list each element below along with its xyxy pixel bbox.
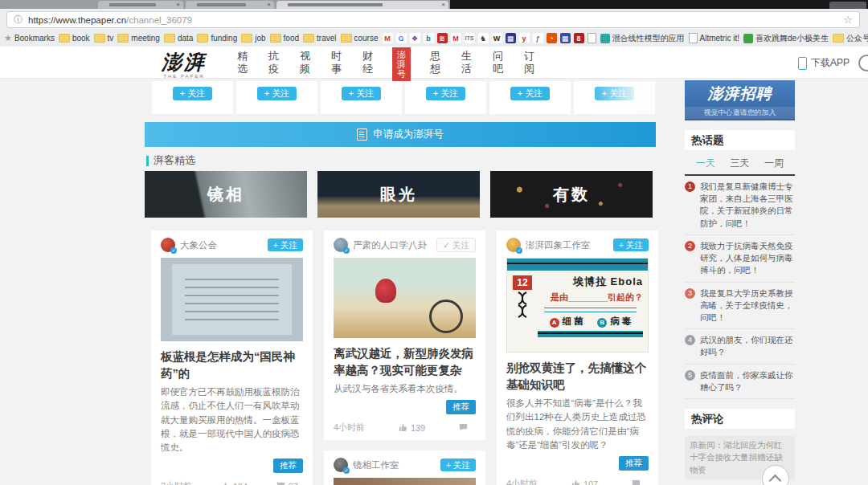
bookmark-item[interactable]: travel xyxy=(303,34,336,43)
bookmark-star-icon[interactable]: ☆ xyxy=(843,14,853,26)
bookmark-item[interactable]: data xyxy=(164,34,193,43)
bookmark-item[interactable]: food xyxy=(270,34,299,43)
suggested-account-card[interactable]: + 关注 xyxy=(405,81,486,114)
like-count[interactable]: 139 xyxy=(399,423,425,433)
bookmark-item[interactable]: 混合线性模型的应用 xyxy=(600,33,685,44)
topic-item[interactable]: 3我是复旦大学历史系教授高晞，关于全球疫情史，问吧！ xyxy=(685,283,795,330)
like-count[interactable]: 184 xyxy=(221,482,248,485)
comment-count[interactable] xyxy=(459,423,471,432)
favicon-bookmark[interactable]: b xyxy=(424,33,434,43)
bookmark-item[interactable]: ★Bookmarks xyxy=(4,33,55,43)
follow-button[interactable]: + 关注 xyxy=(173,87,212,100)
channel-banner-youshu[interactable]: 有数 xyxy=(490,171,653,218)
suggested-account-card[interactable]: + 关注 xyxy=(152,81,233,114)
new-tab-button[interactable] xyxy=(829,2,866,9)
article-title[interactable]: 板蓝根是怎样成为“国民神药”的 xyxy=(161,348,303,381)
tab-close-icon[interactable]: × xyxy=(176,0,180,9)
nav-item-antiepidemic[interactable]: 抗疫 xyxy=(267,50,280,76)
bookmark-item[interactable]: meeting xyxy=(117,34,160,43)
favicon-bookmark[interactable]: ITS xyxy=(465,33,475,43)
account-avatar[interactable]: ✓ xyxy=(506,238,521,252)
browser-tab[interactable]: × xyxy=(98,1,183,9)
recruit-banner[interactable]: 澎湃招聘 视觉中心邀请您的加入 xyxy=(685,80,795,120)
download-app-button[interactable]: 下载APP xyxy=(798,56,850,70)
favicon-bookmark[interactable]: M xyxy=(451,33,461,43)
favicon-bookmark[interactable]: 8 xyxy=(574,33,584,43)
address-bar[interactable]: ⓘ https://www.thepaper.cn /channel_36079… xyxy=(6,11,860,28)
nav-item-finance[interactable]: 财经 xyxy=(361,50,375,76)
article-title[interactable]: 离武汉越近，新型肺炎发病率越高？现实可能更复杂 xyxy=(334,345,476,378)
account-avatar[interactable]: ✓ xyxy=(161,238,175,252)
nav-item-featured[interactable]: 精选 xyxy=(235,50,249,76)
browser-tab[interactable]: × xyxy=(186,1,274,9)
follow-button[interactable]: + 关注 xyxy=(440,459,476,471)
bookmark-item[interactable]: course xyxy=(341,34,379,43)
tab-close-icon[interactable]: × xyxy=(267,0,271,9)
article-image-book-page[interactable] xyxy=(161,258,303,341)
thepaper-logo[interactable]: 澎湃 THE PAPER xyxy=(149,49,219,79)
favicon-bookmark[interactable]: ♞ xyxy=(478,33,489,43)
follow-button[interactable]: + 关注 xyxy=(613,238,649,251)
account-name[interactable]: 镜相工作室 xyxy=(353,459,436,471)
bookmark-item[interactable]: 喜欢跳舞de小极美生 xyxy=(743,33,829,44)
bookmark-item[interactable]: funding xyxy=(197,34,237,43)
account-avatar[interactable]: ✓ xyxy=(334,458,348,472)
like-count[interactable]: 107 xyxy=(571,479,598,485)
follow-button[interactable]: + 关注 xyxy=(426,87,465,100)
bookmark-item[interactable]: 公众号 xyxy=(833,33,868,44)
favicon-bookmark[interactable]: ◔ xyxy=(547,33,557,43)
suggested-account-card[interactable]: + 关注 xyxy=(574,81,655,114)
account-name[interactable]: 严肃的人口学八卦 xyxy=(353,239,432,251)
bookmark-item[interactable]: tv xyxy=(94,34,114,43)
favicon-bookmark[interactable]: M xyxy=(383,33,393,43)
follow-button[interactable]: + 关注 xyxy=(510,87,550,100)
account-avatar[interactable]: ✓ xyxy=(334,238,348,252)
tab-one-day[interactable]: 一天 xyxy=(696,157,715,170)
favicon-bookmark[interactable]: W xyxy=(492,33,502,43)
favicon-bookmark[interactable]: ❖ xyxy=(410,33,420,43)
channel-banner-yanguang[interactable]: 眼光 xyxy=(317,171,480,218)
favicon-bookmark[interactable]: ƒ xyxy=(533,33,543,43)
article-image-poster[interactable] xyxy=(334,258,476,338)
tab-one-week[interactable]: 一周 xyxy=(764,157,784,170)
nav-item-penpai-hao-active[interactable]: 澎湃号 xyxy=(392,47,411,81)
follow-button[interactable]: + 关注 xyxy=(342,87,381,100)
topic-item[interactable]: 2我致力于抗病毒天然免疫研究，人体是如何与病毒搏斗的，问吧！ xyxy=(685,235,795,283)
nav-item-news[interactable]: 时事 xyxy=(330,50,343,76)
suggested-account-card[interactable]: + 关注 xyxy=(489,81,571,114)
tab-close-icon[interactable]: × xyxy=(441,0,445,9)
topic-item[interactable]: 4武汉的朋友，你们现在还好吗？ xyxy=(685,329,795,364)
account-name[interactable]: 大象公会 xyxy=(180,239,263,251)
article-image-partial[interactable] xyxy=(334,478,476,485)
nav-item-life[interactable]: 生活 xyxy=(460,50,473,76)
channel-banner-jingxiang[interactable]: 镜相 xyxy=(145,171,307,218)
nav-item-subscribe[interactable]: 订阅 xyxy=(522,50,536,76)
suggested-account-card[interactable]: + 关注 xyxy=(321,81,402,114)
browser-tab-active[interactable]: × xyxy=(276,1,448,9)
tab-three-days[interactable]: 三天 xyxy=(731,157,750,170)
nav-item-ask[interactable]: 问吧 xyxy=(491,50,505,76)
followed-button[interactable]: ✓ 关注 xyxy=(436,238,476,252)
suggested-account-card[interactable]: + 关注 xyxy=(236,81,317,114)
follow-button[interactable]: + 关注 xyxy=(268,238,303,251)
topic-item[interactable]: 1我们是复旦新健康博士专家团，来自上海各三甲医院，关于新冠肺炎的日常防护，问吧！ xyxy=(685,176,795,235)
article-title[interactable]: 别抢双黄连了，先搞懂这个基础知识吧 xyxy=(506,360,649,393)
article-image-ebola-quiz[interactable]: 12 埃博拉 Ebola 是由________引起的？ A细 菌 B病 毒 xyxy=(506,258,649,353)
topic-item[interactable]: 5疫情面前，你家亲戚让你糟心了吗？ xyxy=(685,365,795,399)
bookmark-item[interactable]: book xyxy=(59,34,90,43)
favicon-bookmark[interactable]: ▦ xyxy=(506,33,516,43)
favicon-bookmark[interactable]: G xyxy=(396,33,407,43)
bookmark-item[interactable]: Altmetric it! xyxy=(689,33,739,43)
nav-item-video[interactable]: 视频 xyxy=(298,50,312,76)
comment-count[interactable] xyxy=(632,479,644,485)
doc-bookmark[interactable] xyxy=(588,33,596,43)
search-icon[interactable] xyxy=(858,55,868,71)
follow-button[interactable]: + 关注 xyxy=(257,87,297,100)
apply-penpai-hao-banner[interactable]: 申请成为澎湃号 xyxy=(145,122,656,147)
comment-count[interactable]: 37 xyxy=(276,482,298,485)
account-name[interactable]: 澎湃四象工作室 xyxy=(526,239,608,251)
bookmark-item[interactable]: job xyxy=(241,34,265,43)
page-info-icon[interactable]: ⓘ xyxy=(14,14,23,26)
nav-item-thought[interactable]: 思想 xyxy=(428,50,442,76)
favicon-bookmark[interactable]: y xyxy=(519,33,530,43)
